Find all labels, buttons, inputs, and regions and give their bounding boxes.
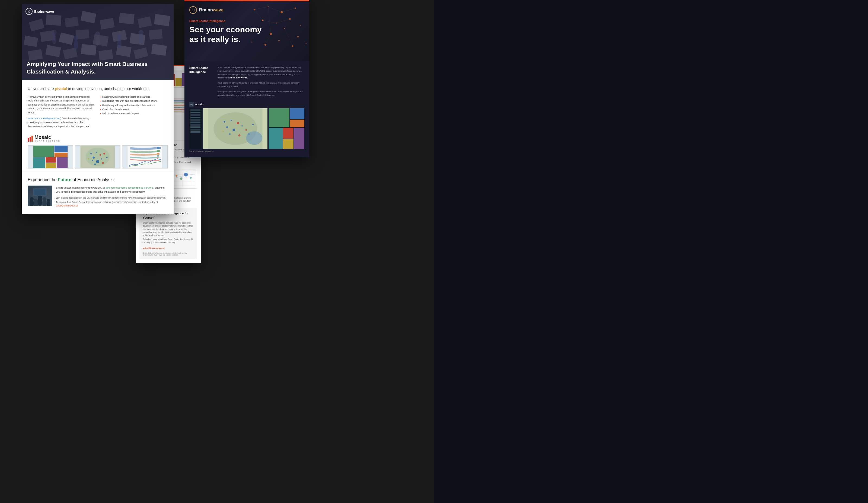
sb-item3 <box>190 114 200 116</box>
svg-point-68 <box>34 198 38 202</box>
svg-rect-39 <box>33 157 45 168</box>
screenshots-row <box>28 145 168 168</box>
rb-ssi-para3: From priority sector analysis to emergen… <box>218 90 304 97</box>
list-item-2: ▸Supporting research and internationalis… <box>100 99 168 103</box>
rb-dark-section: Smart Sector Intelligence Smart Sector I… <box>185 61 309 157</box>
svg-rect-123 <box>283 139 293 149</box>
left-column: However, when connecting with local busi… <box>28 95 95 131</box>
map-screenshot <box>75 145 121 168</box>
exp-title-1: Experience the <box>28 177 58 182</box>
svg-rect-61 <box>157 155 159 156</box>
rb-logo-row: ⬡ Brainnwave <box>189 6 304 14</box>
svg-point-74 <box>47 199 50 202</box>
svg-point-53 <box>106 157 108 158</box>
left-logo-ring: ⬡ <box>25 8 32 15</box>
frp-try-body1: Smart Sector Intelligence delivers value… <box>143 222 194 237</box>
svg-point-146 <box>190 177 192 178</box>
svg-point-66 <box>30 197 34 201</box>
svg-rect-37 <box>54 146 68 152</box>
left-body: Universities are pivotal in driving inno… <box>22 80 174 173</box>
sb-item9 <box>190 129 200 131</box>
svg-point-111 <box>246 129 247 131</box>
svg-point-47 <box>100 154 101 156</box>
ssi-bold1: their own words. <box>230 76 248 79</box>
svg-rect-121 <box>269 128 283 149</box>
svg-rect-120 <box>290 120 304 127</box>
mosaic-text-group: Mosaic SMART SECTORS <box>34 135 60 142</box>
sb-item7 <box>190 124 200 126</box>
rb-hero-title: See your economy as it really is. <box>189 25 304 44</box>
svg-rect-38 <box>54 153 68 157</box>
mosaic-bars <box>28 136 33 142</box>
intro-paragraph: Universities are pivotal in driving inno… <box>28 86 168 92</box>
sb-item1 <box>190 109 200 111</box>
right-column: ▸Mapping with emerging sectors and start… <box>100 95 168 131</box>
mosaic-sub-label: SMART SECTORS <box>34 140 60 142</box>
svg-point-44 <box>86 147 110 166</box>
people-image <box>28 186 52 206</box>
right-half <box>434 0 868 503</box>
svg-point-116 <box>252 124 254 125</box>
rb-map-svg <box>203 108 267 149</box>
mosaic-logo: Mosaic SMART SECTORS <box>28 135 60 142</box>
svg-point-52 <box>96 160 99 163</box>
exp-para1-text: Smart Sector Intelligence empowers you t… <box>56 186 106 189</box>
sb-item8 <box>190 126 200 128</box>
mosaic-main-label: Mosaic <box>34 135 60 140</box>
svg-rect-62 <box>157 158 158 159</box>
map-svg <box>75 146 120 168</box>
future-word: Future <box>58 177 71 182</box>
bar3 <box>31 136 33 142</box>
svg-point-115 <box>223 131 224 132</box>
ssi-link[interactable]: Smart Sector Intelligence (SSI) <box>28 117 61 120</box>
bar2 <box>30 137 31 142</box>
svg-point-105 <box>224 121 225 123</box>
rb-map-main <box>203 108 267 149</box>
rb-logo-circle: ⬡ <box>189 6 197 14</box>
rb-ssi-title-col: Smart Sector Intelligence <box>189 66 214 99</box>
svg-rect-76 <box>34 189 45 195</box>
bar1 <box>28 138 29 142</box>
exp-para1: Smart Sector Intelligence empowers you t… <box>56 186 168 194</box>
rb-logo-text-2: wave <box>213 8 224 12</box>
two-col-content: However, when connecting with local busi… <box>28 95 168 131</box>
chart-screenshot <box>122 145 168 168</box>
list-item-4: ▸Curriculum development <box>100 107 168 112</box>
experience-content: Smart Sector Intelligence empowers you t… <box>28 186 168 209</box>
svg-point-50 <box>103 153 105 155</box>
exp-para3-text: To explore how Smart Sector Intelligence… <box>56 201 158 204</box>
svg-point-56 <box>102 162 104 164</box>
svg-point-51 <box>92 160 93 161</box>
frp-try-email[interactable]: sales@brainnwave.ai <box>143 247 165 249</box>
svg-rect-42 <box>57 157 68 168</box>
left-document: ⬡ Brainnwave Amplifying Your Impact with… <box>22 4 174 214</box>
rb-mosaic-label-row: M| Mosaic <box>189 102 304 106</box>
rb-mosaic-icon: M| <box>189 102 194 106</box>
body-para1: However, when connecting with local busi… <box>28 95 95 114</box>
svg-point-108 <box>226 126 228 128</box>
sankey-svg <box>122 146 167 168</box>
svg-point-49 <box>101 158 102 160</box>
platform-label: SSI in the Mosaic platform → <box>189 151 304 153</box>
intro-text-2: in driving innovation, and shaping our w… <box>67 86 150 91</box>
sb-item10 <box>190 131 200 133</box>
rb-mosaic-text: Mosaic <box>195 103 203 106</box>
experience-text: Smart Sector Intelligence empowers you t… <box>56 186 168 209</box>
svg-point-106 <box>230 120 232 121</box>
rb-logo-text: Brainnwave <box>199 8 224 12</box>
svg-point-45 <box>90 153 92 154</box>
rb-ssi-title: Smart Sector Intelligence <box>189 66 214 74</box>
svg-rect-58 <box>157 147 161 149</box>
exp-para2: Join leading institutions in the US, Can… <box>56 196 168 200</box>
rb-treemap-svg <box>269 108 304 149</box>
svg-point-113 <box>238 134 241 136</box>
exp-green: see your economic landscape as it truly … <box>106 186 154 189</box>
body-para2: Smart Sector Intelligence (SSI) fixes th… <box>28 117 95 128</box>
svg-point-107 <box>237 122 239 124</box>
rb-hero-subtitle: Smart Sector Intelligence <box>189 19 304 22</box>
rb-map-area <box>189 108 304 149</box>
rb-logo-text-1: Brainn <box>199 8 213 12</box>
exp-email-link[interactable]: sales@brainnwave.ai <box>56 204 78 207</box>
svg-rect-124 <box>294 128 304 149</box>
rb-hero: ⬡ Brainnwave Smart Sector Intelligence S… <box>185 1 309 61</box>
